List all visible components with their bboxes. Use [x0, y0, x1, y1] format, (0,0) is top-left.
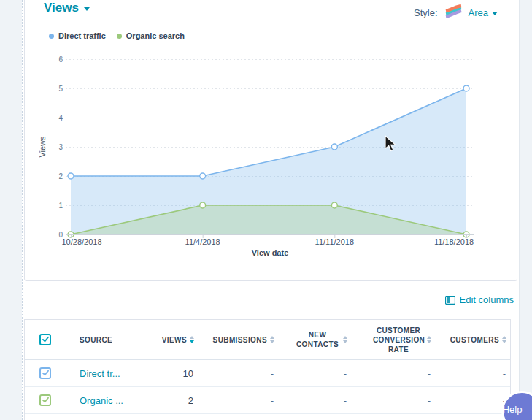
views-value: 2 [134, 395, 198, 406]
chart-legend: Direct traffic Organic search [49, 31, 185, 40]
svg-text:11/4/2018: 11/4/2018 [185, 237, 220, 246]
edit-columns-link[interactable]: Edit columns [445, 294, 514, 305]
style-label: Style: [414, 7, 438, 18]
svg-text:4: 4 [58, 114, 63, 122]
page-title: Views [44, 1, 79, 15]
new-contacts-value: - [278, 395, 351, 406]
chart-style-control: Style: Area [414, 4, 498, 21]
views-metric-dropdown[interactable]: Views [44, 1, 90, 15]
row-checkbox[interactable] [39, 367, 51, 379]
series-dot-icon [117, 34, 122, 39]
column-header-source[interactable]: SOURCE [66, 335, 134, 345]
source-link[interactable]: Direct tr... [66, 368, 134, 379]
svg-text:Views: Views [38, 136, 47, 158]
legend-item-organic-search[interactable]: Organic search [117, 31, 185, 40]
submissions-value: - [198, 368, 278, 379]
customer-conversion-rate-value: - [351, 395, 435, 406]
chevron-down-icon [492, 12, 498, 15]
select-all-checkbox[interactable] [39, 334, 51, 345]
table-row: Organic ... 2 - - - - [25, 387, 510, 414]
svg-text:6: 6 [58, 56, 63, 64]
sort-icon [427, 336, 431, 343]
analytics-page: Views Style: Area Direct traffic Organic… [0, 0, 532, 420]
table-header-row: SOURCE VIEWS SUBMISSIONS NEW CONTACTS CU… [25, 320, 510, 360]
legend-item-direct-traffic[interactable]: Direct traffic [49, 31, 106, 40]
column-header-new-contacts[interactable]: NEW CONTACTS [278, 330, 351, 349]
column-header-submissions[interactable]: SUBMISSIONS [198, 335, 278, 345]
source-link[interactable]: Organic ... [66, 395, 134, 406]
column-header-customer-conversion-rate[interactable]: CUSTOMER CONVERSION RATE [351, 326, 435, 354]
row-checkbox[interactable] [39, 394, 51, 406]
svg-text:5: 5 [58, 85, 63, 93]
customers-value: - [435, 395, 510, 406]
column-header-views[interactable]: VIEWS [134, 335, 198, 345]
customer-conversion-rate-value: - [351, 368, 435, 379]
svg-text:0: 0 [58, 231, 63, 239]
svg-text:View date: View date [252, 248, 289, 257]
columns-icon [445, 296, 455, 305]
table-row: Direct tr... 10 - - - - [25, 360, 510, 387]
sort-icon [270, 336, 274, 343]
customers-value: - [435, 368, 510, 379]
svg-text:1: 1 [58, 202, 63, 210]
svg-text:11/18/2018: 11/18/2018 [434, 237, 474, 246]
series-dot-icon [49, 34, 54, 39]
views-value: 10 [134, 368, 198, 379]
select-all-cell [25, 333, 66, 346]
sources-table: SOURCE VIEWS SUBMISSIONS NEW CONTACTS CU… [24, 319, 511, 420]
svg-text:2: 2 [58, 172, 63, 180]
svg-text:10/28/2018: 10/28/2018 [61, 237, 101, 246]
sort-icon [343, 336, 347, 343]
area-chart-style-icon [444, 4, 463, 21]
svg-text:11/11/2018: 11/11/2018 [315, 237, 354, 246]
submissions-value: - [198, 395, 278, 406]
column-header-customers[interactable]: CUSTOMERS [435, 335, 510, 345]
sort-icon [502, 336, 506, 343]
sort-icon [190, 336, 194, 343]
views-area-chart[interactable]: 10/28/201811/4/201811/11/201811/18/20180… [24, 44, 517, 272]
new-contacts-value: - [278, 368, 351, 379]
style-dropdown[interactable]: Area [469, 7, 498, 18]
chevron-down-icon [84, 7, 90, 11]
svg-text:3: 3 [58, 143, 63, 151]
